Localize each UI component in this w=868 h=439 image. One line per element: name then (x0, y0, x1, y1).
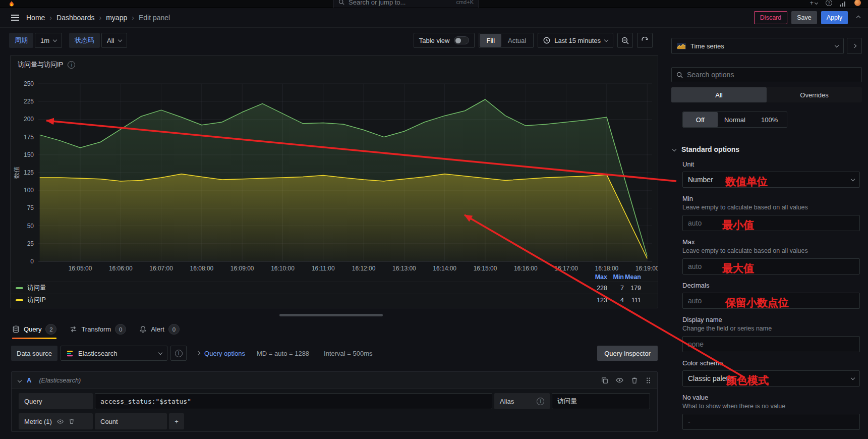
svg-text:250: 250 (24, 80, 34, 87)
save-button[interactable]: Save (791, 11, 817, 24)
trash-icon[interactable] (631, 377, 638, 384)
search-icon (338, 0, 344, 5)
panel-toolbar: 周期 1m 状态码 All Table view Fill Actual (9, 33, 653, 48)
metric-type-select[interactable]: Count (95, 413, 167, 429)
apply-button[interactable]: Apply (821, 11, 848, 24)
svg-text:16:16:00: 16:16:00 (514, 265, 538, 272)
discard-button[interactable]: Discard (754, 11, 787, 24)
max-input[interactable] (682, 258, 860, 275)
min-label: Min (682, 195, 860, 203)
tab-overrides[interactable]: Overrides (767, 87, 862, 102)
tab-all[interactable]: All (671, 87, 767, 102)
help-icon[interactable]: ? (826, 0, 832, 6)
panel-resize-handle[interactable] (279, 314, 383, 316)
datasource-select[interactable]: Elasticsearch (61, 346, 167, 361)
options-search[interactable] (671, 67, 862, 82)
menu-icon[interactable] (11, 15, 19, 16)
toggle-off-icon[interactable] (454, 36, 469, 44)
standard-options-section[interactable]: Standard options (673, 145, 862, 153)
variable-period-label: 周期 (9, 33, 33, 48)
fill-option[interactable]: Fill (480, 34, 501, 47)
radio-100[interactable]: 100% (752, 112, 787, 127)
shortcut-hint: cmd+K (456, 0, 474, 5)
chevron-right-icon (196, 351, 200, 355)
decimals-input[interactable] (682, 293, 860, 309)
options-search-input[interactable] (687, 71, 857, 79)
svg-text:16:10:00: 16:10:00 (271, 265, 295, 272)
add-menu-button[interactable]: + (809, 0, 818, 7)
chevron-down-icon (851, 177, 855, 181)
info-icon[interactable]: i (537, 398, 544, 405)
elasticsearch-icon (66, 350, 74, 357)
add-metric-button[interactable]: + (169, 413, 184, 429)
unit-select[interactable]: Number (682, 172, 860, 188)
grafana-logo-icon[interactable] (8, 1, 15, 8)
breadcrumb-dashboards[interactable]: Dashboards (56, 14, 95, 22)
query-string-row: Query Aliasi (19, 393, 650, 409)
zoom-out-button[interactable] (617, 33, 633, 48)
datasource-info-button[interactable]: i (170, 346, 187, 361)
svg-text:25: 25 (27, 240, 34, 247)
display-name-helper: Change the field or series name (682, 325, 860, 333)
legend-series-name[interactable]: 访问IP (27, 296, 46, 304)
legend-col-mean[interactable]: Mean (613, 273, 641, 281)
visualization-select[interactable]: Time series (671, 38, 844, 54)
min-input[interactable] (682, 215, 860, 231)
collapse-options-button[interactable] (847, 38, 862, 54)
trash-icon[interactable] (69, 418, 75, 424)
display-name-label: Display name (682, 316, 860, 324)
time-range-picker[interactable]: Last 15 minutes (538, 33, 613, 48)
tab-query[interactable]: Query 2 (12, 324, 56, 339)
query-a-header[interactable]: A (Elasticsearch) (12, 372, 657, 389)
variable-status-select[interactable]: All (101, 33, 127, 48)
radio-off[interactable]: Off (683, 112, 718, 127)
tab-alert[interactable]: Alert 0 (139, 324, 180, 339)
svg-text:50: 50 (27, 223, 34, 230)
info-icon[interactable]: i (68, 61, 75, 69)
breadcrumb-separator: › (132, 14, 134, 22)
table-view-toggle[interactable]: Table view (414, 33, 475, 48)
legend-row-ips: 访问IP 123 4 111 (11, 294, 658, 306)
series-color-dash (16, 287, 23, 289)
breadcrumb-dashboard-name[interactable]: myapp (106, 14, 127, 22)
activity-icon[interactable] (840, 0, 846, 7)
svg-text:16:09:00: 16:09:00 (230, 265, 254, 272)
variable-period-select[interactable]: 1m (35, 33, 62, 48)
search-jump-input[interactable]: Search or jump to... cmd+K (333, 0, 479, 8)
query-inspector-button[interactable]: Query inspector (597, 346, 658, 361)
max-datapoints-summary: MD = auto = 1288 (257, 350, 309, 357)
query-string-input[interactable] (95, 393, 492, 409)
no-value-input[interactable] (682, 414, 860, 430)
actual-option[interactable]: Actual (501, 34, 533, 47)
svg-text:75: 75 (27, 204, 34, 211)
chevron-up-icon[interactable] (856, 16, 860, 20)
time-series-chart[interactable]: 025507510012515017520022525016:05:0016:0… (11, 56, 658, 308)
panel-title[interactable]: 访问量与访问IP (18, 60, 63, 69)
breadcrumb: Home › Dashboards › myapp › Edit panel (26, 14, 170, 22)
color-scheme-select[interactable]: Classic palette (682, 370, 860, 387)
legend-series-name[interactable]: 访问量 (27, 284, 46, 292)
avatar[interactable] (854, 0, 861, 6)
svg-text:16:11:00: 16:11:00 (312, 265, 335, 272)
drag-handle-icon[interactable] (646, 377, 651, 384)
breadcrumb-home[interactable]: Home (26, 14, 45, 22)
refresh-button[interactable] (637, 33, 653, 48)
table-view-label: Table view (419, 37, 450, 44)
duplicate-icon[interactable] (601, 377, 608, 384)
svg-text:16:13:00: 16:13:00 (392, 265, 416, 272)
chevron-down-icon[interactable] (18, 378, 22, 382)
query-options-toggle[interactable]: Query options MD = auto = 1288 Interval … (197, 350, 372, 357)
tab-transform[interactable]: Transform 0 (70, 324, 126, 339)
decimals-label: Decimals (682, 282, 860, 290)
eye-icon[interactable] (57, 418, 64, 425)
bell-icon (139, 325, 147, 333)
eye-icon[interactable] (616, 376, 623, 384)
no-value-label: No value (682, 394, 860, 402)
svg-text:175: 175 (24, 134, 34, 141)
display-name-input[interactable] (682, 336, 860, 352)
breadcrumb-edit-panel: Edit panel (139, 14, 170, 22)
fill-opacity-radio-group: Off Normal 100% (682, 112, 787, 128)
radio-normal[interactable]: Normal (718, 112, 753, 127)
alias-input[interactable] (552, 393, 650, 409)
time-series-panel: 访问量与访问IP i 02550751001251501752002252501… (10, 55, 658, 308)
